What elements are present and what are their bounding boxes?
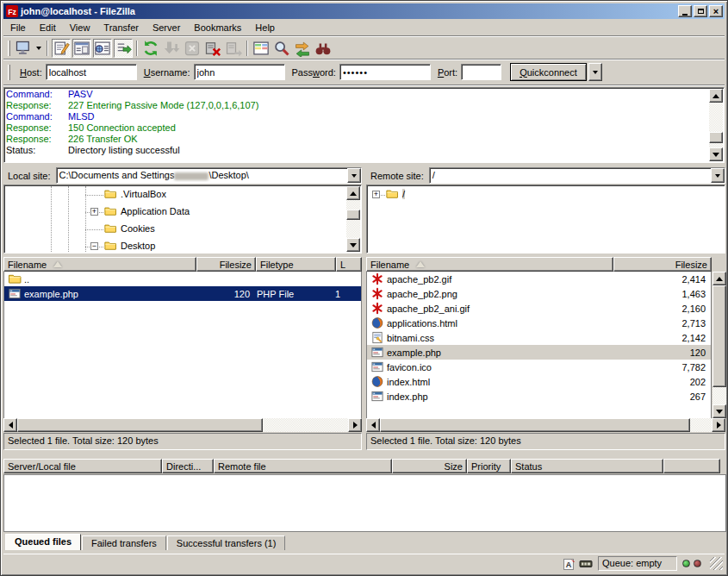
tree-item-desktop[interactable]: −Desktop	[5, 238, 360, 252]
menu-transfer[interactable]: Transfer	[96, 21, 146, 34]
scroll-up-button[interactable]	[346, 186, 360, 200]
cell-name: example.php	[367, 345, 613, 360]
tab-successful-transfers-1-[interactable]: Successful transfers (1)	[167, 535, 286, 550]
scroll-left-button[interactable]	[366, 418, 380, 432]
expand-icon[interactable]: +	[90, 208, 98, 216]
tree-item-cookies[interactable]: Cookies	[5, 221, 360, 238]
file-search-button[interactable]	[272, 39, 291, 58]
queue-column-size[interactable]: Size	[392, 459, 467, 473]
toolbar-grip[interactable]	[8, 41, 10, 56]
minimize-button[interactable]	[678, 5, 692, 17]
toggle-remote-tree-button[interactable]	[93, 39, 112, 58]
resize-grip[interactable]	[710, 557, 723, 570]
quickconnect-button[interactable]: Quickconnect	[510, 63, 587, 81]
toggle-local-tree-button[interactable]	[72, 39, 91, 58]
scroll-left-button[interactable]	[3, 418, 17, 432]
arrow-left-icon	[371, 422, 376, 429]
toggle-message-log-button[interactable]	[52, 39, 71, 58]
scrollbar-thumb[interactable]	[709, 132, 723, 143]
column-header-filesize[interactable]: Filesize	[196, 257, 256, 272]
menu-file[interactable]: File	[3, 21, 33, 34]
remote-list-hscrollbar[interactable]	[366, 418, 725, 432]
queue-column-filler[interactable]	[663, 459, 720, 473]
tree-item-label[interactable]: Cookies	[121, 223, 155, 234]
column-header-filesize[interactable]: Filesize	[613, 257, 712, 272]
local-site-combo[interactable]: C:\Documents and Settings\Desktop\	[56, 167, 362, 184]
file-row-example-php[interactable]: example.php120PHP File1	[4, 286, 361, 301]
scroll-up-button[interactable]	[709, 89, 723, 103]
file-row-apache-pb2-gif[interactable]: apache_pb2.gif2,414	[367, 272, 711, 286]
tree-item-label[interactable]: /	[402, 189, 405, 199]
queue-column-status[interactable]: Status	[511, 459, 663, 473]
close-button[interactable]: ×	[709, 5, 723, 17]
scroll-down-button[interactable]	[712, 404, 726, 418]
site-manager-dropdown[interactable]	[34, 39, 44, 58]
toggle-transfer-queue-button[interactable]	[114, 39, 133, 58]
scrollbar-thumb[interactable]	[712, 285, 726, 387]
tree-item-label[interactable]: .VirtualBox	[121, 189, 166, 199]
tree-item--[interactable]: +/	[368, 186, 724, 203]
column-header-filename[interactable]: Filename	[366, 257, 613, 272]
tree-item-label[interactable]: Application Data	[121, 206, 190, 216]
tree-item-label[interactable]: Desktop	[121, 241, 155, 251]
host-input[interactable]	[46, 64, 137, 80]
scroll-down-button[interactable]	[346, 238, 360, 252]
scrollbar-thumb[interactable]	[17, 418, 263, 432]
remote-site-combo[interactable]: /	[429, 167, 725, 184]
queue-column-directi-[interactable]: Directi...	[162, 459, 214, 473]
disconnect-button[interactable]	[203, 39, 222, 58]
quickbar-grip[interactable]	[8, 65, 10, 80]
file-row--[interactable]: ..	[4, 272, 361, 286]
remote-site-dropdown-button[interactable]	[711, 168, 725, 183]
directory-comparison-button[interactable]	[252, 39, 271, 58]
file-row-applications-html[interactable]: applications.html2,713	[367, 316, 711, 330]
scroll-right-button[interactable]	[712, 418, 725, 432]
file-row-apache-pb2-ani-gif[interactable]: apache_pb2_ani.gif2,160	[367, 301, 711, 316]
column-header-filetype[interactable]: Filetype	[256, 257, 336, 272]
quickconnect-dropdown-button[interactable]	[588, 63, 602, 81]
queue-column-remote-file[interactable]: Remote file	[214, 459, 392, 473]
scrollbar-thumb[interactable]	[380, 418, 690, 432]
column-header-filename[interactable]: Filename	[3, 257, 196, 272]
find-files-button[interactable]	[314, 39, 333, 58]
site-manager-button[interactable]	[14, 39, 33, 58]
file-row-index-html[interactable]: index.html202	[367, 374, 711, 389]
file-row-bitnami-css[interactable]: bitnami.css2,142	[367, 330, 711, 345]
tree-item-application-data[interactable]: +Application Data	[5, 203, 360, 221]
synchronized-browsing-button[interactable]	[293, 39, 312, 58]
column-header-l[interactable]: L	[336, 257, 362, 272]
password-input[interactable]	[339, 64, 431, 80]
username-input[interactable]	[194, 64, 285, 80]
refresh-button[interactable]	[141, 39, 160, 58]
file-row-favicon-ico[interactable]: favicon.ico7,782	[367, 360, 711, 374]
expand-icon[interactable]: +	[372, 191, 380, 198]
queue-column-priority[interactable]: Priority	[467, 459, 511, 473]
scroll-down-button[interactable]	[709, 147, 723, 161]
tab-queued-files[interactable]: Queued files	[5, 534, 81, 550]
menu-bookmarks[interactable]: Bookmarks	[187, 21, 248, 34]
folder-icon	[103, 205, 117, 217]
file-row-apache-pb2-png[interactable]: apache_pb2.png1,463	[367, 286, 711, 301]
local-list-hscrollbar[interactable]	[3, 418, 362, 432]
local-tree-scrollbar[interactable]	[346, 186, 360, 252]
cell-last: 1	[332, 286, 356, 301]
collapse-icon[interactable]: −	[90, 242, 98, 250]
menu-server[interactable]: Server	[146, 21, 187, 34]
scrollbar-thumb[interactable]	[346, 210, 360, 220]
menu-edit[interactable]: Edit	[33, 21, 63, 34]
menu-view[interactable]: View	[63, 21, 97, 34]
local-site-dropdown-button[interactable]	[347, 168, 361, 183]
queue-body[interactable]	[3, 474, 726, 532]
scroll-up-button[interactable]	[712, 272, 726, 285]
maximize-button[interactable]	[694, 5, 707, 17]
queue-column-server-local-file[interactable]: Server/Local file	[3, 459, 162, 473]
scroll-right-button[interactable]	[348, 418, 362, 432]
menu-help[interactable]: Help	[248, 21, 282, 34]
remote-list-scrollbar[interactable]	[712, 272, 726, 418]
tree-item--virtualbox[interactable]: .VirtualBox	[5, 186, 360, 203]
message-log-scrollbar[interactable]	[709, 89, 723, 161]
tab-failed-transfers[interactable]: Failed transfers	[82, 535, 166, 550]
port-input[interactable]	[461, 64, 501, 80]
file-row-index-php[interactable]: index.php267	[367, 389, 711, 404]
file-row-example-php[interactable]: example.php120	[367, 345, 711, 360]
